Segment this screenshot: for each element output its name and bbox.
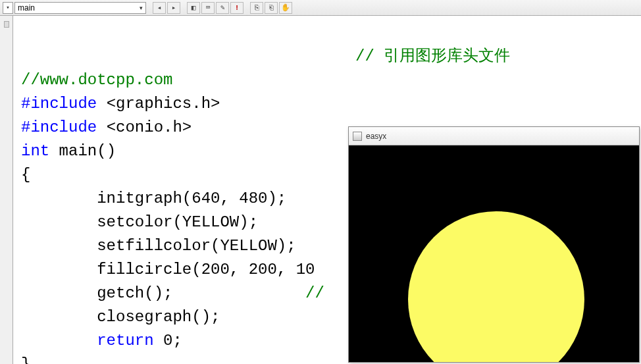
paste-button[interactable]: ⎗ [265,2,278,14]
chevron-down-icon: ▾ [140,5,143,11]
nav-back-button[interactable]: ◂ [153,2,166,14]
graphics-canvas [349,145,639,362]
function-selector-value: main [18,3,35,13]
warning-button[interactable]: ! [230,2,244,14]
nav-forward-button[interactable]: ▸ [167,2,180,14]
copy-button[interactable]: ⎘ [250,2,263,14]
hand-tool-button[interactable]: ✋ [279,2,292,14]
toolbar-left-dropdown[interactable]: ▾ [3,2,13,14]
yellow-circle [408,211,584,362]
eraser-button[interactable]: ✎ [216,2,229,14]
layers-button[interactable]: ◧ [187,2,200,14]
code-line: //www.dotcpp.com [21,68,633,92]
function-selector[interactable]: main ▾ [14,2,146,14]
app-icon [353,132,362,141]
code-line: #include <graphics.h> [21,92,633,116]
editor-gutter [0,16,13,364]
toolbar: ▾ main ▾ ◂ ▸ ◧ ⌨ ✎ ! ⎘ ⎗ ✋ [0,0,641,16]
fold-marker-icon[interactable] [4,21,9,28]
keyboard-button[interactable]: ⌨ [201,2,215,14]
output-window-title: easyx [366,132,386,141]
graphics-output-window[interactable]: easyx [348,126,640,363]
output-window-titlebar[interactable]: easyx [349,127,639,145]
inline-comment: // 引用图形库头文件 [355,45,510,68]
